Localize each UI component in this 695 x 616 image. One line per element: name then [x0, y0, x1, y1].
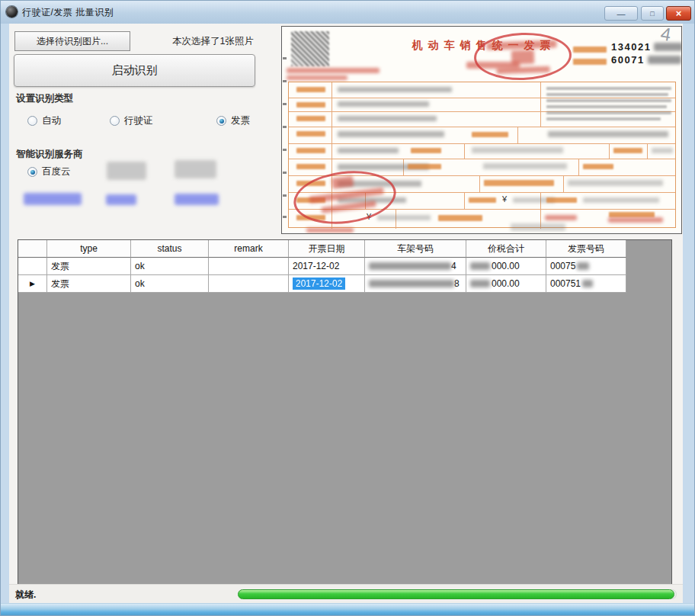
- invoice-number-label-blur: [573, 59, 607, 65]
- column-header-type[interactable]: type: [47, 240, 131, 258]
- field-value-blur: [338, 116, 437, 121]
- progress-bar: [238, 589, 677, 599]
- cell-remark: [209, 258, 289, 275]
- field-value-blur: [548, 131, 668, 137]
- blurred-amount-prefix: [470, 280, 490, 287]
- field-value-blur: [568, 180, 663, 186]
- invoice-preview-image: 机动车销售统一发票 134021 60071 4: [281, 26, 682, 234]
- selected-date-text: 2017-12-02: [293, 278, 345, 290]
- radio-auto-label: 自动: [42, 114, 61, 127]
- field-value-blur: [338, 131, 444, 137]
- blurred-invoice-tail: [582, 280, 593, 287]
- radio-baidu-label: 百度云: [42, 165, 71, 178]
- cell-date-selected[interactable]: 2017-12-02: [289, 275, 365, 293]
- field-label-blur: [296, 148, 325, 153]
- app-window: 行驶证/发票 批量识别 — □ × 选择待识别图片... 本次选择了1张照片 启…: [0, 0, 695, 616]
- column-header-status[interactable]: status: [131, 240, 209, 258]
- select-images-button[interactable]: 选择待识别图片...: [14, 31, 130, 51]
- field-label-blur: [296, 164, 325, 169]
- title-bar[interactable]: 行驶证/发票 批量识别 — □ ×: [1, 1, 695, 24]
- field-label-blur: [484, 180, 554, 186]
- scan-mark: [283, 194, 287, 197]
- tax-text-blur: [546, 87, 671, 90]
- scan-mark: [283, 172, 287, 174]
- client-area: 选择待识别图片... 本次选择了1张照片 启动识别 设置识别类型 自动 行驶证 …: [9, 24, 683, 603]
- provider-option-blurred[interactable]: [107, 162, 146, 180]
- cell-status: ok: [131, 275, 209, 293]
- grid-line: [289, 98, 675, 98]
- maximize-button[interactable]: □: [641, 6, 664, 21]
- grid-line: [479, 175, 480, 192]
- grid-line: [578, 159, 579, 175]
- amount-text: 000.00: [492, 278, 520, 289]
- table-row-selected[interactable]: ▶ 发票 ok 2017-12-02 8 000.00 000751: [18, 275, 671, 293]
- field-label-blur: [296, 131, 325, 136]
- cell-amount: 000.00: [466, 258, 546, 275]
- invoice-code-label-blur: [573, 47, 607, 53]
- grid-line: [289, 143, 675, 144]
- row-marker-cell: [18, 258, 47, 275]
- start-recognition-button[interactable]: 启动识别: [14, 54, 255, 87]
- cell-status: ok: [131, 258, 209, 275]
- invoice-number-text: 60071: [611, 54, 645, 66]
- currency-symbol: ¥: [502, 194, 507, 204]
- field-label-blur: [411, 148, 441, 153]
- recognition-type-label: 设置识别类型: [16, 92, 73, 105]
- blurred-frame-number: [369, 262, 451, 270]
- radio-invoice[interactable]: 发票: [216, 114, 250, 127]
- stamp-star-blur: [331, 176, 354, 189]
- app-icon: [6, 6, 18, 18]
- amount-text: 000.00: [492, 261, 520, 271]
- cell-type: 发票: [47, 258, 131, 275]
- table-row[interactable]: 发票 ok 2017-12-02 4 000.00 00075: [18, 258, 671, 275]
- field-value-blur: [483, 163, 567, 169]
- blurred-red-text: [306, 228, 354, 233]
- cell-date: 2017-12-02: [289, 258, 365, 275]
- blurred-frame-number: [369, 280, 454, 287]
- cell-frame-no: 8: [365, 275, 466, 293]
- field-value-blur: [338, 87, 452, 92]
- blurred-red-text: [287, 75, 348, 80]
- radio-circle-icon: [27, 116, 37, 126]
- scan-mark: [283, 216, 287, 218]
- radio-driving-license[interactable]: 行驶证: [110, 114, 153, 127]
- blurred-amount-prefix: [470, 262, 490, 270]
- radio-selected-icon: [27, 167, 37, 177]
- radio-baidu-cloud[interactable]: 百度云: [27, 165, 71, 178]
- radio-selected-icon: [216, 116, 226, 126]
- field-label-blur: [296, 87, 325, 92]
- radio-auto[interactable]: 自动: [27, 114, 61, 127]
- grid-line: [540, 82, 541, 127]
- link-blurred[interactable]: [175, 194, 219, 205]
- link-blurred[interactable]: [24, 193, 82, 205]
- blurred-invoice-tail: [577, 262, 589, 270]
- selection-count-label: 本次选择了1张照片: [172, 35, 254, 48]
- column-header-date[interactable]: 开票日期: [289, 240, 365, 258]
- field-value-blur: [338, 101, 429, 107]
- column-header-invoice-no[interactable]: 发票号码: [546, 240, 626, 258]
- minimize-button[interactable]: —: [604, 6, 638, 21]
- current-row-arrow-icon: ▶: [30, 280, 35, 287]
- column-header-frame-no[interactable]: 车架号码: [365, 240, 466, 258]
- column-header-amount[interactable]: 价税合计: [466, 240, 546, 258]
- cell-type: 发票: [47, 275, 131, 293]
- radio-invoice-label: 发票: [231, 114, 250, 127]
- scan-mark: [283, 57, 287, 59]
- amount-blur: [377, 215, 431, 220]
- status-bar: 就绪.: [9, 584, 683, 603]
- radio-license-label: 行驶证: [124, 114, 153, 127]
- invoice-no-text: 00075: [550, 261, 575, 271]
- provider-label: 智能识别服务商: [16, 148, 83, 161]
- field-label-blur: [296, 116, 325, 121]
- scan-mark: [283, 80, 287, 82]
- invoice-code-text: 134021: [611, 41, 651, 53]
- cell-invoice-no: 00075: [546, 258, 626, 275]
- row-marker-cell: ▶: [18, 275, 47, 293]
- close-button[interactable]: ×: [666, 6, 691, 21]
- frame-number-tail: 4: [451, 261, 456, 271]
- scan-mark: [283, 126, 287, 128]
- column-header-remark[interactable]: remark: [209, 240, 289, 258]
- maximize-icon: □: [650, 10, 654, 18]
- provider-option-blurred[interactable]: [175, 160, 216, 178]
- link-blurred[interactable]: [106, 194, 136, 205]
